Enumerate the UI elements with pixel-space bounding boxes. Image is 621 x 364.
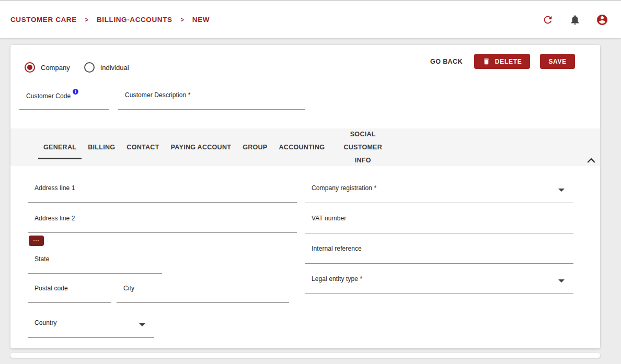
dropdown-arrow-icon[interactable] (558, 279, 565, 283)
tab-general[interactable]: GENERAL (38, 128, 82, 166)
customer-description-field[interactable]: Customer Description * (118, 91, 305, 110)
tab-bar: GENERAL BILLING CONTACT PAYING ACCOUNT G… (10, 128, 600, 166)
go-back-button[interactable]: GO BACK (430, 58, 463, 65)
state-label: State (28, 255, 162, 263)
save-button[interactable]: SAVE (540, 54, 575, 69)
internal-reference-label: Internal reference (305, 244, 573, 252)
form-actions: GO BACK DELETE SAVE (430, 54, 575, 69)
radio-selected-icon (25, 62, 35, 73)
legal-entity-type-label: Legal entity type * (305, 275, 573, 283)
country-label: Country (28, 319, 154, 326)
collapse-chevron-up-icon[interactable] (586, 156, 596, 163)
breadcrumb-billing-accounts[interactable]: BILLING-ACCOUNTS (97, 16, 172, 24)
tab-social-customer-info[interactable]: SOCIAL CUSTOMER INFO (330, 128, 395, 166)
dropdown-arrow-icon[interactable] (558, 189, 565, 192)
radio-unselected-icon (84, 62, 95, 73)
tab-billing[interactable]: BILLING (82, 128, 121, 166)
postal-code-label: Postal code (28, 284, 111, 292)
internal-reference-field[interactable]: Internal reference (305, 244, 573, 264)
breadcrumb-separator-icon: > (85, 16, 89, 24)
radio-individual[interactable]: Individual (84, 62, 129, 73)
ellipsis-icon: ... (33, 238, 39, 241)
refresh-icon[interactable] (542, 14, 554, 26)
billing-account-form-card: Company Individual GO BACK DELETE SAVE C… (10, 45, 600, 348)
delete-button-label: DELETE (495, 58, 522, 65)
legal-entity-type-select[interactable]: Legal entity type * (305, 275, 573, 294)
breadcrumb-separator-icon: > (180, 16, 184, 24)
company-registration-select[interactable]: Company registration * (305, 184, 573, 203)
radio-company-label: Company (41, 64, 70, 72)
header-icons (542, 14, 608, 26)
more-address-lines-button[interactable]: ... (29, 236, 44, 246)
city-field[interactable]: City (117, 284, 289, 303)
breadcrumb: CUSTOMER CARE > BILLING-ACCOUNTS > NEW (10, 16, 210, 24)
dropdown-arrow-icon[interactable] (139, 323, 145, 326)
postal-code-field[interactable]: Postal code (28, 284, 111, 303)
customer-type-radio-group: Company Individual (25, 62, 129, 73)
address-line-1-label: Address line 1 (28, 184, 297, 192)
account-icon[interactable] (596, 14, 608, 26)
radio-individual-label: Individual (100, 64, 129, 72)
vat-number-field[interactable]: VAT number (305, 214, 573, 233)
app-header: CUSTOMER CARE > BILLING-ACCOUNTS > NEW (0, 0, 621, 38)
company-registration-label: Company registration * (305, 184, 573, 192)
radio-company[interactable]: Company (25, 62, 70, 73)
breadcrumb-new[interactable]: NEW (192, 16, 210, 24)
tab-contact[interactable]: CONTACT (121, 128, 165, 166)
delete-button[interactable]: DELETE (474, 54, 531, 69)
customer-code-label: Customer Code (19, 91, 109, 100)
customer-code-field[interactable]: Customer Code (19, 91, 109, 110)
address-line-2-label: Address line 2 (28, 214, 297, 222)
address-line-2-field[interactable]: Address line 2 (28, 214, 297, 233)
country-select[interactable]: Country (28, 319, 154, 338)
state-field[interactable]: State (28, 255, 162, 274)
breadcrumb-customer-care[interactable]: CUSTOMER CARE (10, 16, 77, 24)
customer-description-label: Customer Description * (118, 91, 305, 99)
save-button-label: SAVE (548, 58, 567, 65)
notifications-icon[interactable] (569, 14, 581, 26)
tab-paying-account[interactable]: PAYING ACCOUNT (165, 128, 237, 166)
city-label: City (117, 284, 289, 292)
info-icon[interactable] (72, 88, 79, 97)
tab-group[interactable]: GROUP (237, 128, 273, 166)
trash-icon (482, 57, 490, 65)
vat-number-label: VAT number (305, 214, 573, 222)
next-section-panel-edge[interactable] (10, 353, 600, 358)
tab-accounting[interactable]: ACCOUNTING (273, 128, 331, 166)
address-line-1-field[interactable]: Address line 1 (28, 184, 297, 203)
